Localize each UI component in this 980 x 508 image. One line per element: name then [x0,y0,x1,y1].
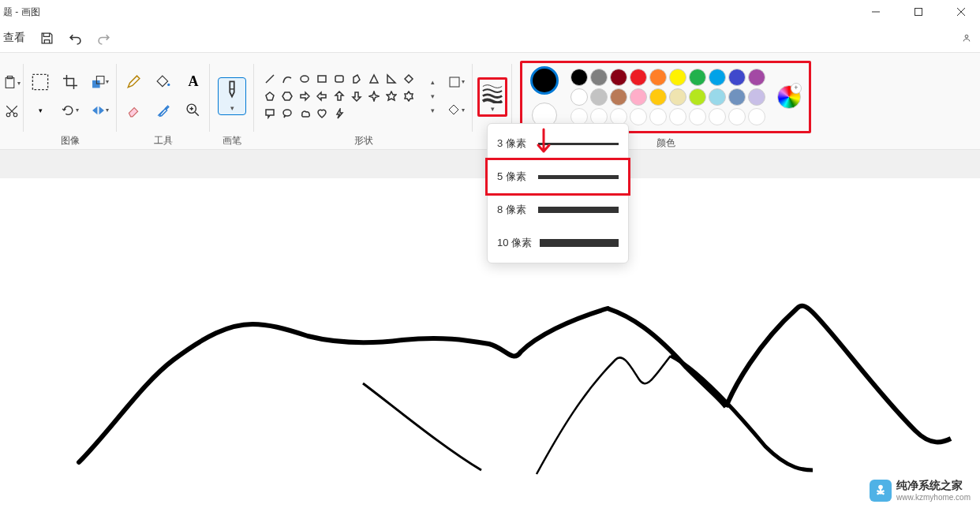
color-swatch[interactable] [689,69,706,86]
shapes-gallery[interactable] [262,71,420,121]
shape-hexagon[interactable] [279,88,295,104]
view-tab[interactable]: 查看 [3,31,25,45]
resize-icon [92,75,105,89]
account-button[interactable] [963,31,977,45]
shape-callout-rect[interactable] [262,106,278,121]
shape-pentagon[interactable] [262,88,278,104]
shape-diamond[interactable] [401,71,417,87]
color-swatch[interactable] [649,88,667,106]
shape-arrow-down[interactable] [349,88,365,104]
fill-icon [448,104,461,117]
color-swatch[interactable] [748,69,765,86]
color-swatch[interactable] [709,69,726,86]
shape-arrow-up[interactable] [331,88,347,104]
color-swatch[interactable] [748,108,765,125]
size-option-10px[interactable]: 10 像素 [488,226,628,260]
shape-star6[interactable] [401,88,417,104]
eraser-tool[interactable] [125,102,142,119]
eyedropper-tool[interactable] [155,102,172,119]
color-swatch[interactable] [689,108,706,125]
shapes-scroll-down[interactable]: ▾ [431,92,435,100]
shape-fill-button[interactable]: ▾ [447,102,465,119]
color-swatch[interactable] [728,108,746,125]
color-swatch[interactable] [630,69,647,86]
shape-heart[interactable] [314,106,330,121]
resize-button[interactable]: ▾ [92,73,109,91]
size-option-3px[interactable]: 3 像素 [488,127,628,160]
size-option-5px[interactable]: 5 像素 [485,158,630,196]
shape-arrow-right[interactable] [297,88,312,104]
color-swatch[interactable] [669,69,686,86]
color-1-button[interactable] [530,66,559,95]
color-swatch[interactable] [709,108,726,125]
shape-rect[interactable] [314,71,330,87]
undo-button[interactable] [68,31,82,45]
shape-arrow-left[interactable] [314,88,330,104]
color-swatch[interactable] [630,108,647,125]
color-swatch[interactable] [709,88,726,106]
redo-button[interactable] [96,31,110,45]
shape-curve[interactable] [279,71,295,87]
shape-callout-oval[interactable] [279,106,295,121]
rotate-button[interactable]: ▾ [62,102,79,119]
color-swatch[interactable] [570,69,588,86]
select-dropdown[interactable]: ▾ [32,102,49,119]
shape-roundrect[interactable] [331,71,347,87]
shapes-scroll-up[interactable]: ▴ [431,78,435,86]
svg-rect-16 [318,76,326,82]
select-button[interactable] [32,73,49,91]
color-swatch[interactable] [669,88,686,106]
flip-button[interactable]: ▾ [92,102,109,119]
svg-marker-25 [405,92,413,101]
shape-outline-button[interactable]: ▾ [447,73,465,91]
close-button[interactable] [952,2,971,21]
text-tool[interactable]: A [185,73,202,91]
shape-star4[interactable] [366,88,382,104]
fill-tool[interactable] [155,73,172,91]
select-rect-icon [32,73,49,91]
shape-oval[interactable] [297,71,312,87]
cut-button[interactable] [3,103,21,120]
crop-button[interactable] [62,73,79,91]
brush-icon [223,80,241,104]
edit-colors-button[interactable] [777,85,801,109]
color-swatch[interactable] [728,69,746,86]
shapes-expand-button[interactable]: ▾ [431,106,435,114]
save-button[interactable] [39,31,54,45]
shape-polygon[interactable] [349,71,365,87]
color-swatch[interactable] [689,88,706,106]
crop-icon [63,75,77,89]
shape-callout-cloud[interactable] [297,106,312,121]
color-swatch[interactable] [669,108,686,125]
shape-triangle[interactable] [366,71,382,87]
shape-line[interactable] [262,71,278,87]
brushes-group-label: 画笔 [223,134,241,148]
color-swatch[interactable] [649,69,667,86]
paste-button[interactable]: ▾ [3,74,21,92]
colors-group-label: 颜色 [656,136,675,150]
svg-marker-20 [387,75,395,83]
zoom-tool[interactable] [185,102,202,119]
shapes-group-label: 形状 [354,134,373,148]
color-swatch[interactable] [610,69,627,86]
maximize-button[interactable] [909,2,928,21]
zoom-icon [186,103,200,118]
shape-right-triangle[interactable] [383,71,399,87]
minimize-button[interactable] [866,2,885,21]
shape-star5[interactable] [383,88,399,104]
color-swatch[interactable] [570,88,588,106]
color-swatch[interactable] [630,88,647,106]
color-swatch[interactable] [590,88,608,106]
shape-lightning[interactable] [331,106,347,121]
size-option-8px[interactable]: 8 像素 [488,193,628,226]
size-button[interactable]: ▾ [477,77,507,117]
redo-icon [97,32,110,45]
brush-button[interactable]: ▾ [218,77,246,115]
color-swatch[interactable] [728,88,746,106]
color-swatch[interactable] [649,108,667,125]
pencil-tool[interactable] [125,73,142,91]
color-swatch[interactable] [590,69,608,86]
color-swatch[interactable] [748,88,765,106]
color-swatch[interactable] [610,88,627,106]
annotation-arrow-icon [534,128,553,159]
